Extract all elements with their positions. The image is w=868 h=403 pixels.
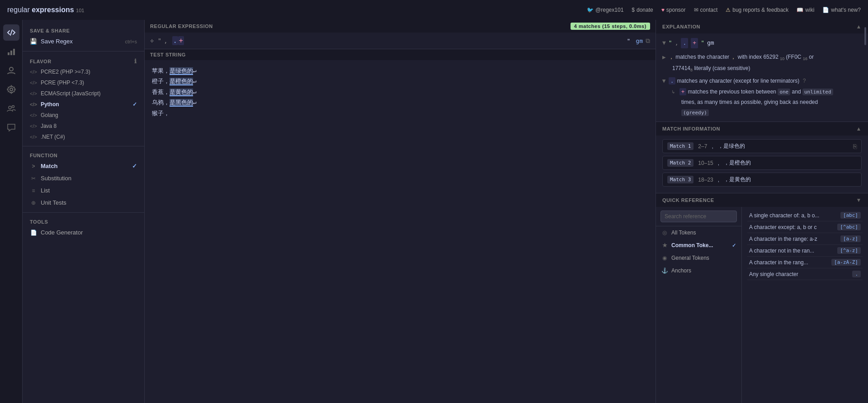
dot-triangle: ▶ — [660, 80, 668, 83]
nav-sponsor[interactable]: ♥ sponsor — [661, 7, 686, 13]
donate-icon: $ — [632, 7, 635, 13]
comma-explanation: ▶ ， matches the character ， with index 6… — [662, 53, 862, 62]
substitution-icon: ✂ — [30, 175, 37, 182]
nav-twitter[interactable]: 🐦 @regex101 — [587, 7, 623, 13]
sidebar-btn-settings[interactable] — [3, 81, 19, 98]
test-content[interactable]: 苹果，是绿色的↵ 橙子，是橙色的↵ 香蕉，是黄色的↵ 乌鸦，是黑色的↵ 猴子， — [145, 60, 656, 403]
svg-point-6 — [9, 106, 11, 109]
qr-entry-1[interactable]: A single character of: a, b o... [abc] — [747, 210, 863, 221]
function-unit-tests[interactable]: ⊕ Unit Tests — [23, 197, 144, 209]
warning-icon: ⚠ — [726, 7, 731, 13]
exp-quote-close: " — [701, 38, 704, 48]
qr-entry-2[interactable]: A character except: a, b or c [^abc] — [747, 221, 863, 233]
tool-code-generator[interactable]: 📄 Code Generator — [23, 226, 144, 239]
flavor-java[interactable]: </> Java 8 — [23, 121, 144, 131]
flavor-ecmascript[interactable]: </> ECMAScript (JavaScript) — [23, 88, 144, 99]
match-row-3[interactable]: Match 3 18–23 , ，是黄色的 — [662, 173, 862, 187]
match-row-2[interactable]: Match 2 10–15 , ，是橙色的 — [662, 156, 862, 170]
nav-contact[interactable]: ✉ contact — [694, 7, 718, 13]
svg-rect-2 — [10, 51, 12, 55]
match-info-title: MATCH INFORMATION — [662, 126, 720, 131]
function-list[interactable]: ≡ List — [23, 184, 144, 197]
icon-sidebar — [0, 20, 23, 403]
qr-general-tokens[interactable]: ◉ General Tokens — [656, 252, 741, 264]
save-share-title: SAVE & SHARE — [23, 25, 144, 35]
all-tokens-icon: ◎ — [661, 230, 668, 236]
match-row-1[interactable]: Match 1 2–7 , ，是绿色的 ⎘ — [662, 139, 862, 153]
sidebar-btn-chat[interactable] — [3, 119, 19, 136]
qr-entry-6[interactable]: Any single character . — [747, 268, 863, 280]
test-line-1: 苹果，是绿色的↵ — [152, 66, 648, 76]
match-3-label: Match 3 — [667, 176, 693, 183]
main-area: SAVE & SHARE 💾 Save Regex ctrl+s FLAVOR … — [0, 20, 868, 403]
common-tokens-check: ✓ — [732, 243, 736, 248]
code-icon — [7, 28, 16, 37]
match-1-share-icon[interactable]: ⎘ — [853, 143, 857, 150]
flavor-golang[interactable]: </> Golang — [23, 110, 144, 121]
test-line-2: 橙子，是橙色的↵ — [152, 76, 648, 86]
nav-bugs[interactable]: ⚠ bug reports & feedback — [726, 7, 788, 13]
quick-ref-right: A single character of: a, b o... [abc] A… — [742, 207, 868, 403]
quick-ref-header[interactable]: QUICK REFERENCE ▼ — [656, 193, 868, 207]
qr-anchors[interactable]: ⚓ Anchors — [656, 264, 741, 277]
sidebar-btn-chart[interactable] — [3, 43, 19, 60]
exp-triangle-main: ▼ — [662, 38, 666, 48]
match-info-chevron: ▲ — [856, 126, 862, 132]
test-header: TEST STRING — [145, 49, 656, 60]
function-match-check: ✓ — [132, 163, 137, 169]
qr-entry-4[interactable]: A character not in the ran... [^a-z] — [747, 245, 863, 257]
regex-flags-gm[interactable]: gm — [636, 37, 643, 44]
community-icon — [7, 104, 16, 113]
sidebar-btn-code[interactable] — [3, 24, 19, 41]
save-icon: 💾 — [30, 38, 37, 45]
flavor-pcre[interactable]: </> PCRE (PHP <7.3) — [23, 77, 144, 88]
test-line-5: 猴子， — [152, 108, 648, 118]
qr-all-tokens[interactable]: ◎ All Tokens — [656, 226, 741, 239]
regex-copy-button[interactable]: ⧉ — [646, 37, 650, 45]
save-regex-button[interactable]: 💾 Save Regex ctrl+s — [23, 35, 144, 47]
sidebar-btn-community[interactable] — [3, 100, 19, 117]
twitter-icon: 🐦 — [587, 7, 594, 13]
flavor-title: FLAVOR ℹ — [23, 55, 144, 66]
comma-char-2: ， — [731, 54, 736, 60]
test-section: TEST STRING 苹果，是绿色的↵ 橙子，是橙色的↵ 香蕉，是黄色的↵ 乌… — [145, 49, 656, 403]
divider-2 — [23, 146, 144, 146]
match-info-header[interactable]: MATCH INFORMATION ▲ — [656, 122, 868, 136]
match-1-label: Match 1 — [667, 142, 693, 150]
nav-whatsnew[interactable]: 📄 what's new? — [822, 7, 861, 13]
nav-wiki[interactable]: 📖 wiki — [797, 7, 814, 13]
nav-donate[interactable]: $ donate — [632, 7, 653, 13]
flavor-pcre2[interactable]: </> PCRE2 (PHP >=7.3) — [23, 66, 144, 77]
explanation-header[interactable]: EXPLANATION ▲ — [656, 20, 868, 33]
match-icon: > — [30, 163, 37, 169]
match-3-pos: 18–23 — [698, 177, 713, 183]
regex-flags-right: " gm ⧉ — [627, 37, 650, 45]
brand-expressions: expressions — [32, 6, 74, 14]
dot-help-icon[interactable]: ? — [803, 78, 806, 84]
exp-quote-open: " — [669, 38, 672, 48]
center-panel: REGULAR EXPRESSION 4 matches (15 steps, … — [145, 20, 656, 403]
wiki-icon: 📖 — [797, 7, 803, 13]
svg-rect-3 — [13, 49, 15, 55]
qr-entry-5[interactable]: A character in the rang... [a-zA-Z] — [747, 257, 863, 268]
search-reference-input[interactable] — [660, 211, 737, 222]
comma-explanation-2: 1774148 literally (case sensitive) — [662, 64, 862, 74]
function-substitution[interactable]: ✂ Substitution — [23, 172, 144, 184]
match-2-pos: 10–15 — [698, 160, 713, 166]
qr-common-tokens[interactable]: ★ Common Toke... ✓ — [656, 239, 741, 252]
comma-triangle: ▶ — [662, 54, 666, 61]
svg-point-4 — [9, 67, 13, 71]
match-1-pos: 2–7 — [698, 143, 707, 150]
sidebar-btn-user[interactable] — [3, 62, 19, 79]
svg-point-5 — [10, 88, 13, 91]
flavor-python[interactable]: </> Python ✓ — [23, 99, 144, 110]
brand-logo[interactable]: regular expressions 101 — [7, 6, 84, 14]
common-tokens-icon: ★ — [661, 242, 668, 248]
dot-explanation: ▶ . matches any character (except for li… — [662, 77, 862, 85]
flavor-dotnet[interactable]: </> .NET (C#) — [23, 131, 144, 142]
qr-entry-3[interactable]: A character in the range: a-z [a-z] — [747, 233, 863, 245]
explanation-title: EXPLANATION — [662, 24, 700, 29]
divider-1 — [23, 51, 144, 52]
flavor-info-icon[interactable]: ℹ — [134, 58, 137, 65]
function-match[interactable]: > Match ✓ — [23, 160, 144, 172]
